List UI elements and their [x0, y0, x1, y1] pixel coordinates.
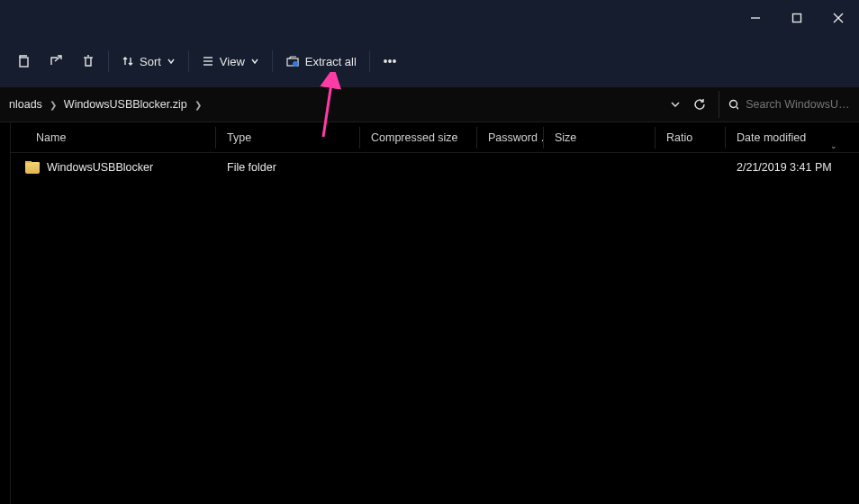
view-label: View [220, 55, 245, 68]
list-icon [202, 55, 214, 68]
svg-rect-1 [793, 14, 801, 22]
address-bar: nloads ❯ WindowsUSBBlocker.zip ❯ [0, 86, 859, 122]
folder-icon [25, 162, 40, 174]
rows-container: WindowsUSBBlocker File folder 2/21/2019 … [11, 153, 859, 504]
sort-indicator-icon: ⌄ [830, 141, 837, 148]
maximize-button[interactable] [776, 0, 818, 36]
file-type: File folder [216, 161, 360, 174]
chevron-down-icon [250, 57, 259, 66]
table-row[interactable]: WindowsUSBBlocker File folder 2/21/2019 … [11, 157, 859, 178]
view-button[interactable]: View [193, 45, 268, 77]
column-header-date[interactable]: Date modified ⌄ [726, 127, 859, 148]
breadcrumb[interactable]: nloads ❯ WindowsUSBBlocker.zip ❯ [0, 98, 657, 111]
column-header-password[interactable]: Password … [477, 127, 544, 148]
svg-point-12 [393, 60, 395, 62]
sort-button[interactable]: Sort [113, 45, 185, 77]
extract-all-button[interactable]: Extract all [276, 45, 366, 77]
chevron-right-icon: ❯ [44, 100, 62, 110]
chevron-down-icon[interactable] [670, 99, 681, 110]
svg-rect-4 [20, 58, 28, 67]
separator [369, 50, 370, 72]
file-list: Name Type Compressed size Password … Siz… [11, 122, 859, 504]
titlebar [0, 0, 859, 36]
sort-label: Sort [140, 55, 161, 68]
delete-button[interactable] [72, 45, 104, 77]
breadcrumb-segment[interactable]: nloads [7, 98, 44, 111]
file-date: 2/21/2019 3:41 PM [726, 161, 859, 174]
column-header-name[interactable]: Name [11, 127, 216, 148]
file-name: WindowsUSBBlocker [47, 161, 153, 174]
toolbar: Sort View Extract all [0, 36, 859, 86]
sort-icon [122, 55, 134, 68]
more-button[interactable] [374, 45, 406, 77]
extract-icon [285, 54, 300, 68]
close-button[interactable] [818, 0, 859, 36]
chevron-right-icon: ❯ [189, 100, 207, 110]
search-icon [728, 99, 738, 111]
svg-line-14 [737, 107, 738, 110]
column-headers: Name Type Compressed size Password … Siz… [11, 122, 859, 153]
copy-button[interactable] [7, 45, 40, 77]
search-input[interactable] [746, 98, 850, 111]
minimize-button[interactable] [735, 0, 776, 36]
separator [188, 50, 189, 72]
search-box[interactable] [719, 91, 859, 118]
more-icon [383, 54, 397, 68]
column-header-size[interactable]: Size [544, 127, 656, 148]
share-button[interactable] [40, 45, 72, 77]
svg-point-11 [389, 60, 391, 62]
breadcrumb-segment[interactable]: WindowsUSBBlocker.zip [62, 98, 189, 111]
svg-point-13 [730, 100, 737, 107]
svg-point-9 [293, 61, 298, 67]
content-area: Name Type Compressed size Password … Siz… [0, 122, 859, 504]
svg-point-10 [384, 60, 386, 62]
extract-all-label: Extract all [305, 55, 357, 68]
column-header-compressed-size[interactable]: Compressed size [360, 127, 477, 148]
refresh-button[interactable] [693, 98, 706, 111]
column-header-ratio[interactable]: Ratio [656, 127, 726, 148]
chevron-down-icon [167, 57, 176, 66]
column-header-type[interactable]: Type [216, 127, 360, 148]
nav-pane [0, 122, 11, 504]
separator [108, 50, 109, 72]
separator [272, 50, 273, 72]
